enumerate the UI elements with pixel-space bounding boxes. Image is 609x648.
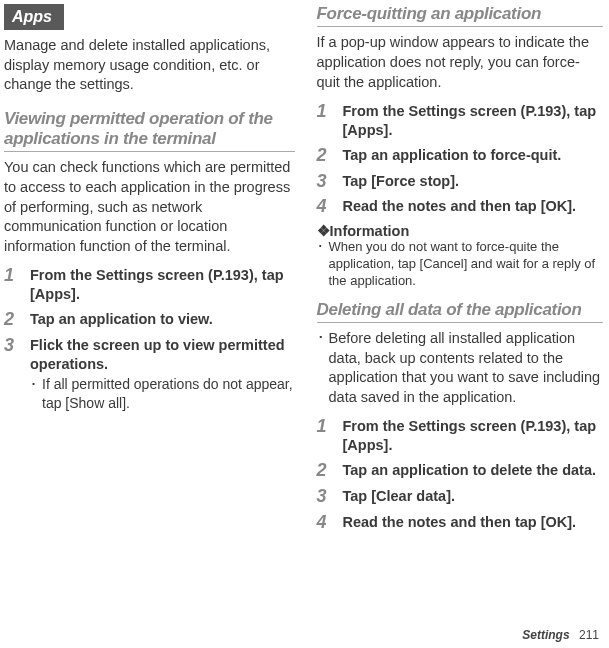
step-row: 3 Flick the screen up to view permitted …: [4, 336, 295, 412]
subhead-forcequit-desc: If a pop-up window appears to indicate t…: [317, 33, 604, 92]
bullet-icon: ･: [317, 239, 329, 290]
step-subtext: ･ If all permitted operations do not app…: [30, 375, 295, 411]
step-text: Read the notes and then tap [OK].: [343, 197, 604, 216]
subhead-deleting: Deleting all data of the application: [317, 300, 604, 323]
step-text: From the Settings screen (P.193), tap [A…: [30, 266, 295, 304]
step-text: From the Settings screen (P.193), tap [A…: [343, 417, 604, 455]
step-row: 1 From the Settings screen (P.193), tap …: [4, 266, 295, 304]
bullet-icon: ･: [317, 329, 329, 407]
step-row: 2 Tap an application to view.: [4, 310, 295, 330]
step-number: 2: [4, 310, 30, 330]
step-row: 1 From the Settings screen (P.193), tap …: [317, 417, 604, 455]
step-text: Tap an application to view.: [30, 310, 295, 329]
step-row: 3 Tap [Force stop].: [317, 172, 604, 192]
section-title: Apps: [4, 4, 64, 30]
step-row: 3 Tap [Clear data].: [317, 487, 604, 507]
step-number: 3: [317, 487, 343, 507]
step-subtext-body: If all permitted operations do not appea…: [42, 375, 295, 411]
step-number: 3: [317, 172, 343, 192]
step-row: 2 Tap an application to delete the data.: [317, 461, 604, 481]
step-number: 2: [317, 146, 343, 166]
step-number: 3: [4, 336, 30, 412]
subhead-viewing: Viewing permitted operation of the appli…: [4, 109, 295, 153]
step-text: Flick the screen up to view permitted op…: [30, 336, 295, 374]
step-row: 4 Read the notes and then tap [OK].: [317, 513, 604, 533]
page-footer: Settings 211: [522, 628, 599, 642]
subhead-viewing-desc: You can check functions which are permit…: [4, 158, 295, 256]
step-number: 4: [317, 513, 343, 533]
left-column: Apps Manage and delete installed applica…: [0, 0, 305, 648]
footer-page-number: 211: [579, 628, 599, 642]
footer-section: Settings: [522, 628, 569, 642]
step-text: Tap an application to force-quit.: [343, 146, 604, 165]
step-text: From the Settings screen (P.193), tap [A…: [343, 102, 604, 140]
step-text: Tap [Force stop].: [343, 172, 604, 191]
step-text: Read the notes and then tap [OK].: [343, 513, 604, 532]
information-text: When you do not want to force-quite the …: [329, 239, 604, 290]
note-item: ･ Before deleting all installed applicat…: [317, 329, 604, 407]
step-number: 1: [317, 102, 343, 140]
step-text: Tap an application to delete the data.: [343, 461, 604, 480]
note-text: Before deleting all installed applicatio…: [329, 329, 604, 407]
step-number: 1: [4, 266, 30, 304]
step-number: 1: [317, 417, 343, 455]
step-text: Tap [Clear data].: [343, 487, 604, 506]
information-heading: ❖Information: [317, 223, 604, 239]
step-number: 2: [317, 461, 343, 481]
bullet-icon: ･: [30, 375, 42, 411]
step-row: 1 From the Settings screen (P.193), tap …: [317, 102, 604, 140]
subhead-forcequit: Force-quitting an application: [317, 4, 604, 27]
information-item: ･ When you do not want to force-quite th…: [317, 239, 604, 290]
step-row: 4 Read the notes and then tap [OK].: [317, 197, 604, 217]
right-column: Force-quitting an application If a pop-u…: [305, 0, 610, 648]
step-row: 2 Tap an application to force-quit.: [317, 146, 604, 166]
section-intro: Manage and delete installed applications…: [4, 36, 295, 95]
step-number: 4: [317, 197, 343, 217]
